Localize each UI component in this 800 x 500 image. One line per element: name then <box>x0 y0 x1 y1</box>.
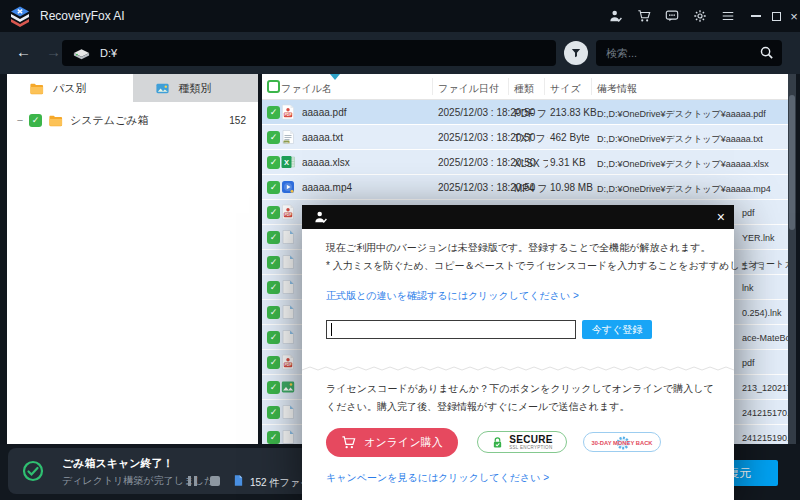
purchase-instructions: ライセンスコードがありませんか？下のボタンをクリックしてオンラインで購入してくだ… <box>326 380 714 416</box>
sidebar-tabs: パス別 種類別 <box>7 74 258 102</box>
table-row[interactable]: ✓ aaaaa.xlsx 2025/12/03 : 18:20:50 XLSX … <box>262 150 788 175</box>
scrollbar-thumb[interactable] <box>789 95 795 230</box>
table-scrollbar[interactable] <box>788 74 796 444</box>
picture-icon <box>155 81 170 96</box>
forward-button[interactable]: → <box>46 42 61 62</box>
settings-button[interactable] <box>688 0 712 32</box>
column-header-size[interactable]: サイズ <box>550 82 581 96</box>
app-window: RecoveryFox AI × ← → D:¥ パス別 <box>0 0 800 500</box>
cart-icon <box>637 9 651 23</box>
license-code-input[interactable] <box>326 320 576 339</box>
jpg-file-icon <box>280 379 296 395</box>
file-size: 9.31 KB <box>550 157 586 168</box>
column-divider <box>591 78 592 95</box>
folder-icon <box>48 113 63 128</box>
text-caret <box>331 323 332 336</box>
hamburger-icon <box>721 9 735 23</box>
mp4-file-icon <box>280 179 296 195</box>
select-all-checkbox[interactable] <box>267 80 280 93</box>
money-back-badge: 30-DAY MONEY BACK <box>583 432 661 452</box>
drive-path-bar[interactable]: D:¥ <box>62 40 556 66</box>
register-now-button[interactable]: 今すぐ登録 <box>582 320 652 339</box>
pause-icon <box>194 476 197 486</box>
column-divider <box>432 78 433 95</box>
tree-item-recycle-bin[interactable]: − ✓ システムごみ箱 152 <box>7 109 258 131</box>
menu-button[interactable] <box>716 0 740 32</box>
row-checkbox[interactable]: ✓ <box>267 106 280 119</box>
pdf-file-icon <box>280 104 296 120</box>
column-header-type[interactable]: 種類 <box>514 82 534 96</box>
buy-online-button[interactable]: オンライン購入 <box>326 428 458 457</box>
row-checkbox[interactable]: ✓ <box>267 181 280 194</box>
search-input[interactable] <box>596 40 782 66</box>
back-button[interactable]: ← <box>16 42 31 62</box>
xlsx-file-icon <box>280 154 296 170</box>
cart-icon <box>341 435 356 450</box>
generic-file-icon <box>280 254 296 270</box>
feedback-button[interactable] <box>660 0 684 32</box>
tab-by-type-label: 種類別 <box>179 81 212 96</box>
row-checkbox[interactable]: ✓ <box>267 406 280 419</box>
row-checkbox[interactable]: ✓ <box>267 256 280 269</box>
row-checkbox[interactable]: ✓ <box>267 306 280 319</box>
tab-by-path-label: パス別 <box>53 81 87 96</box>
folder-icon <box>29 81 44 96</box>
row-checkbox[interactable]: ✓ <box>267 431 280 444</box>
column-header-date[interactable]: ファイル日付 <box>438 82 499 96</box>
campaign-link[interactable]: キャンペーンを見るにはクリックしてください > <box>326 471 549 485</box>
table-row[interactable]: ✓ aaaaa.mp4 2025/12/03 : 18:20:50 MP4 フ.… <box>262 175 788 200</box>
row-checkbox[interactable]: ✓ <box>267 231 280 244</box>
row-checkbox[interactable]: ✓ <box>267 156 280 169</box>
store-button[interactable] <box>632 0 656 32</box>
user-check-icon <box>314 210 328 224</box>
filter-button[interactable] <box>564 41 588 65</box>
file-remark-fragment: ace-MateBoo... <box>742 333 788 343</box>
column-header-remark[interactable]: 備考情報 <box>597 82 637 96</box>
secure-ssl-badge: SECURE SSL ENCRYPTION <box>477 431 567 453</box>
file-doc-icon <box>232 473 245 488</box>
stop-button[interactable] <box>210 476 220 486</box>
dialog-body: 現在ご利用中のバージョンは未登録版です。登録することで全機能が解放されます。 *… <box>302 229 734 500</box>
sidebar: パス別 種類別 − ✓ システムごみ箱 152 <box>7 74 258 444</box>
pause-icon <box>188 476 191 486</box>
tab-by-path[interactable]: パス別 <box>7 74 133 102</box>
file-size: 10.98 MB <box>550 182 593 193</box>
search-icon[interactable] <box>759 45 774 60</box>
generic-file-icon <box>280 429 296 444</box>
app-logo-icon <box>9 5 31 27</box>
file-remark-fragment: 213_120217... <box>742 383 788 393</box>
file-type: TXT ファ... <box>514 132 548 146</box>
row-checkbox[interactable]: ✓ <box>267 281 280 294</box>
column-header-name[interactable]: ファイル名 <box>281 82 332 96</box>
row-checkbox[interactable]: ✓ <box>267 356 280 369</box>
search-box <box>596 40 782 66</box>
file-remark: D:,D:¥OneDrive¥デスクトップ¥aaaaa.mp4 <box>597 183 785 196</box>
table-row[interactable]: ✓ aaaaa.txt 2025/12/03 : 18:20:50 TXT ファ… <box>262 125 788 150</box>
drive-label: D:¥ <box>100 47 117 59</box>
generic-file-icon <box>280 404 296 420</box>
close-button[interactable]: × <box>782 0 800 32</box>
column-divider <box>508 78 509 95</box>
tree-collapse-toggle[interactable]: − <box>15 114 25 126</box>
gear-icon <box>693 9 707 23</box>
file-remark: D:,D:¥OneDrive¥デスクトップ¥aaaaa.txt <box>597 133 785 146</box>
row-checkbox[interactable]: ✓ <box>267 381 280 394</box>
row-checkbox[interactable]: ✓ <box>267 331 280 344</box>
account-button[interactable] <box>604 0 628 32</box>
tree-item-label: システムごみ箱 <box>70 113 149 128</box>
generic-file-icon <box>280 304 296 320</box>
row-checkbox[interactable]: ✓ <box>267 131 280 144</box>
generic-file-icon <box>280 229 296 245</box>
tree-checkbox[interactable]: ✓ <box>29 114 42 127</box>
table-row[interactable]: ✓ aaaaa.pdf 2025/12/03 : 18:20:50 PDF ファ… <box>262 100 788 125</box>
tab-by-type[interactable]: 種類別 <box>133 74 259 102</box>
scan-status-title: ごみ箱スキャン終了！ <box>62 456 174 471</box>
file-type: MP4 フ... <box>514 182 548 196</box>
tree-item-count: 152 <box>229 115 246 126</box>
dialog-close-button[interactable]: × <box>717 208 725 226</box>
secure-badge-subtitle: SSL ENCRYPTION <box>509 445 552 450</box>
file-name: aaaaa.mp4 <box>302 182 352 193</box>
pause-button[interactable] <box>188 476 197 486</box>
compare-versions-link[interactable]: 正式版との違いを確認するにはクリックしてください > <box>326 289 579 303</box>
row-checkbox[interactable]: ✓ <box>267 206 280 219</box>
